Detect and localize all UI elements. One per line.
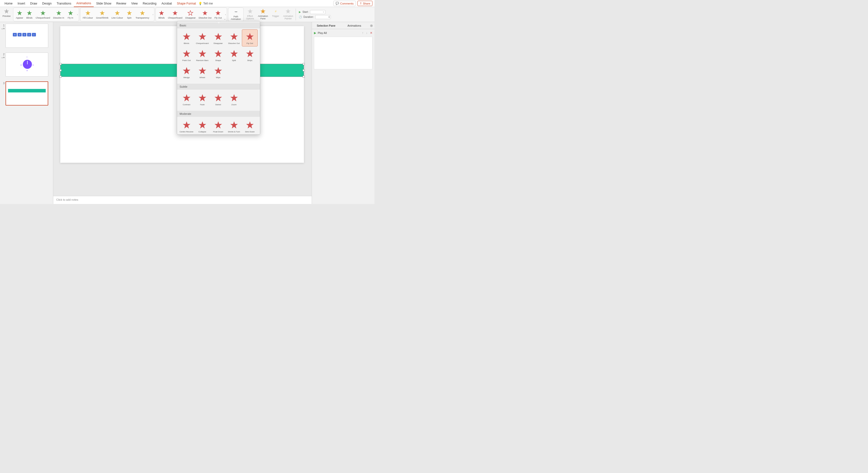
tab-acrobat[interactable]: Acrobat xyxy=(159,0,174,7)
gallery-item-sink-down[interactable]: Sink Down xyxy=(242,118,258,134)
exit-disappear[interactable]: Disappear xyxy=(184,9,197,20)
gallery-item-shape[interactable]: Shape xyxy=(210,46,226,64)
gallery-item-dissolve-out[interactable]: Dissolve Out xyxy=(226,29,242,46)
svg-marker-19 xyxy=(183,33,190,40)
gallery-item-random-bars[interactable]: Random Bars xyxy=(194,46,210,64)
thumb-box: 5 xyxy=(13,33,17,36)
trigger-button[interactable]: ⚡ Trigger xyxy=(271,7,281,21)
path-icon: 〰️ xyxy=(232,8,240,15)
animations-pane-tab[interactable]: Animations xyxy=(340,23,369,29)
gallery-item-float-down[interactable]: Float Down xyxy=(210,118,226,134)
duration-stepper[interactable]: ▲▼ xyxy=(315,15,331,19)
gallery-item-chequerboard[interactable]: Chequerboard xyxy=(194,29,210,46)
tab-shape-format[interactable]: Shape Format xyxy=(174,0,198,7)
slide-thumb-2[interactable]: 0 15 30 45 xyxy=(5,53,48,76)
gallery-item-split[interactable]: Split xyxy=(226,46,242,64)
emphasis-fill-colour[interactable]: Fill Colour xyxy=(82,9,95,20)
gallery-item-shrink-turn[interactable]: Shrink & Turn xyxy=(226,118,242,134)
resize-handle[interactable] xyxy=(60,69,62,71)
entrance-fly-in[interactable]: Fly In xyxy=(66,9,75,20)
entrance-more-icon[interactable]: › xyxy=(76,13,79,16)
tab-draw[interactable]: Draw xyxy=(28,0,40,7)
gallery-item-swivel[interactable]: Swivel xyxy=(210,91,226,108)
resize-handle[interactable] xyxy=(60,63,62,65)
delete-icon[interactable]: ✕ xyxy=(370,31,372,35)
emphasis-more-icon[interactable]: › xyxy=(152,13,154,16)
gallery-item-contract[interactable]: Contract xyxy=(179,91,194,108)
resize-handle[interactable] xyxy=(60,75,62,77)
gallery-item-zoom[interactable]: Zoom xyxy=(226,91,242,108)
emphasis-line-colour[interactable]: Line Colour xyxy=(110,9,125,20)
svg-marker-27 xyxy=(230,50,238,57)
tab-transitions[interactable]: Transitions xyxy=(54,0,73,7)
exit-blinds[interactable]: Blinds xyxy=(157,9,166,20)
gallery-item-wheel[interactable]: Wheel xyxy=(194,64,210,81)
star-icon xyxy=(197,93,208,103)
exit-dropdown-icon[interactable]: ⌄ xyxy=(223,17,226,21)
emphasis-spin[interactable]: Spin xyxy=(125,9,134,20)
resize-handle[interactable] xyxy=(303,75,305,77)
gallery-item-wedge[interactable]: Wedge xyxy=(179,64,194,81)
effect-options-button[interactable]: Effect Options xyxy=(245,7,255,21)
gallery-item-collapse[interactable]: Collapse xyxy=(194,118,210,134)
preview-button[interactable]: Preview xyxy=(1,7,12,21)
slide-thumb-3[interactable] xyxy=(5,82,48,105)
share-button[interactable]: ⇪ Share xyxy=(358,1,372,6)
gallery-item-wipe[interactable]: Wipe xyxy=(210,64,226,81)
move-up-icon[interactable]: ↑ xyxy=(362,31,364,35)
move-down-icon[interactable]: ↓ xyxy=(366,31,367,35)
gallery-item-centre-revolve[interactable]: Centre Revolve xyxy=(179,118,194,134)
gallery-item-fly-out[interactable]: Fly Out xyxy=(242,29,258,46)
path-animation-button[interactable]: 〰️ Path Animation xyxy=(229,8,242,21)
star-icon xyxy=(245,32,255,42)
animation-pane-icon xyxy=(260,8,266,14)
entrance-dissolve-in[interactable]: Dissolve In xyxy=(52,9,66,20)
gallery-item-disappear[interactable]: Disappear xyxy=(210,29,226,46)
star-icon xyxy=(213,120,223,130)
play-all-button[interactable]: Play All xyxy=(318,31,327,34)
exit-chequerboard[interactable]: Chequerboard xyxy=(166,9,184,20)
exit-more-icon[interactable]: › xyxy=(224,13,226,16)
animation-pane-button[interactable]: Animation Pane xyxy=(256,7,270,21)
animation-painter-button[interactable]: Animation Painter xyxy=(282,7,294,21)
tab-insert[interactable]: Insert xyxy=(15,0,28,7)
thumb-box: 2 xyxy=(27,33,31,36)
selection-pane-tab[interactable]: Selection Pane xyxy=(312,23,340,29)
entrance-chequerboard[interactable]: Chequerboard xyxy=(34,9,52,20)
tab-design[interactable]: Design xyxy=(40,0,54,7)
resize-handle[interactable] xyxy=(303,69,305,71)
notes-area[interactable]: Click to add notes xyxy=(53,196,312,204)
star-icon xyxy=(182,66,192,76)
exit-dissolve-out[interactable]: Dissolve Out xyxy=(197,9,213,20)
svg-marker-24 xyxy=(183,50,190,57)
close-panel-icon[interactable]: ⊗ xyxy=(368,24,374,28)
gallery-item-peek-out[interactable]: Peek Out xyxy=(179,46,194,64)
entrance-blinds[interactable]: Blinds xyxy=(25,9,34,20)
tab-animations[interactable]: Animations xyxy=(74,0,94,7)
gallery-scroll[interactable]: Basic BlindsChequerboardDisappearDissolv… xyxy=(177,21,260,134)
tab-home[interactable]: Home xyxy=(2,0,15,7)
tab-slide-show[interactable]: Slide Show xyxy=(94,0,114,7)
comments-button[interactable]: 💬 Comments xyxy=(333,1,355,6)
tab-view[interactable]: View xyxy=(129,0,140,7)
gallery-item-blinds[interactable]: Blinds xyxy=(179,29,194,46)
svg-marker-39 xyxy=(230,121,238,129)
gallery-item-strips[interactable]: Strips xyxy=(242,46,258,64)
exit-fly-out[interactable]: Fly Out xyxy=(213,9,223,20)
svg-marker-20 xyxy=(199,33,206,40)
gallery-item-fade[interactable]: Fade xyxy=(194,91,210,108)
svg-marker-3 xyxy=(40,10,45,15)
entrance-appear[interactable]: Appear xyxy=(14,9,25,20)
emphasis-grow-shrink[interactable]: Grow/Shrink xyxy=(94,9,110,20)
tell-me[interactable]: 💡 Tell me xyxy=(198,2,213,5)
slide-panel[interactable]: 1 5 4 3 2 1 ⁎★ 2 0 15 xyxy=(0,22,53,204)
slide-thumb-1[interactable]: 5 4 3 2 1 xyxy=(5,24,48,48)
duration-label: Duration: xyxy=(303,15,314,18)
animation-list[interactable] xyxy=(314,37,372,69)
tab-review[interactable]: Review xyxy=(114,0,129,7)
resize-handle[interactable] xyxy=(303,63,305,65)
tab-recording[interactable]: Recording xyxy=(140,0,159,7)
star-icon xyxy=(245,120,255,130)
emphasis-transparency[interactable]: Transparency xyxy=(134,9,151,20)
start-combo[interactable] xyxy=(310,10,326,14)
